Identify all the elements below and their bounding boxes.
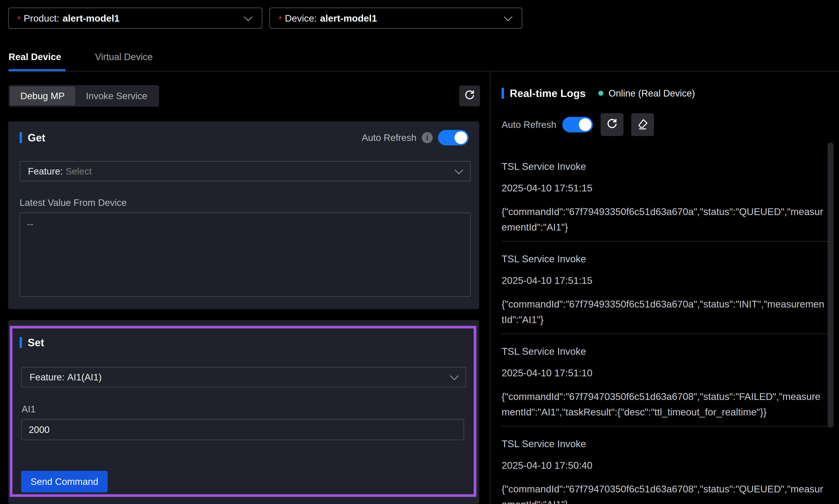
latest-value-label: Latest Value From Device [20,197,127,208]
log-timestamp: 2025-04-10 17:51:15 [502,275,832,286]
log-title: TSL Service Invoke [502,161,832,172]
product-select[interactable]: * Product: alert-model1 [8,7,262,29]
log-title: TSL Service Invoke [502,346,832,357]
chevron-down-icon [504,13,512,21]
set-section-card: Set Feature: AI1(AI1) AI1 Send Command [8,320,479,504]
online-status-text: Online (Real Device) [609,88,695,99]
latest-value-textarea[interactable]: -- [20,213,471,297]
log-payload: {"commandId":"67f79493350f6c51d63a670a",… [502,204,825,235]
log-entry: TSL Service Invoke 2025-04-10 17:51:15 {… [502,241,832,334]
tab-virtual-device[interactable]: Virtual Device [95,51,153,62]
device-select-label: Device: [285,13,317,24]
send-command-button[interactable]: Send Command [21,471,108,492]
device-select[interactable]: * Device: alert-model1 [269,7,522,29]
set-feature-select[interactable]: Feature: AI1(AI1) [21,367,466,387]
log-entry: TSL Service Invoke 2025-04-10 17:51:15 {… [502,149,832,241]
debug-mode-segmented-control: Debug MP Invoke Service [8,85,159,107]
feature-select-value: AI1(AI1) [67,372,102,383]
device-status: Online (Real Device) [598,88,695,99]
logs-auto-refresh-toggle[interactable] [562,117,593,132]
online-status-dot [598,91,603,96]
log-list[interactable]: TSL Service Invoke 2025-04-10 17:51:15 {… [502,149,832,504]
feature-select-label: Feature: [28,166,63,177]
get-section-card: Get Auto Refresh i Feature: Select Lates… [8,121,479,309]
log-timestamp: 2025-04-10 17:51:10 [502,367,832,379]
get-section-title: Get [28,131,46,144]
log-payload: {"commandId":"67f79493350f6c51d63a670a",… [502,296,825,327]
eraser-icon [636,118,649,131]
segment-debug-mp[interactable]: Debug MP [10,87,75,105]
chevron-down-icon [450,372,459,380]
toggle-knob [455,131,467,144]
set-section-title: Set [28,337,44,349]
log-entry: TSL Service Invoke 2025-04-10 17:51:10 {… [502,334,832,427]
tabs-divider-line [8,71,839,71]
chevron-down-icon [244,13,252,21]
section-accent-bar [502,88,504,99]
get-auto-refresh-toggle[interactable] [438,130,469,145]
feature-select-placeholder: Select [66,166,92,177]
log-title: TSL Service Invoke [502,438,832,450]
tab-real-device[interactable]: Real Device [8,51,61,62]
device-select-value: alert-model1 [320,13,377,24]
logs-clear-button[interactable] [631,113,654,136]
segment-invoke-service[interactable]: Invoke Service [75,87,158,105]
logs-scrollbar[interactable] [827,143,834,428]
refresh-icon [463,89,476,103]
auto-refresh-label: Auto Refresh [362,132,417,143]
device-type-tabs: Real Device Virtual Device [8,51,153,62]
log-timestamp: 2025-04-10 17:51:15 [502,182,832,194]
log-payload: {"commandId":"67f79470350f6c51d63a6708",… [502,481,825,504]
refresh-icon [606,118,618,131]
product-select-label: Product: [24,13,59,24]
info-icon[interactable]: i [422,132,433,143]
panel-divider [490,71,490,504]
feature-select-label: Feature: [30,372,64,383]
log-entry: TSL Service Invoke 2025-04-10 17:50:40 {… [502,427,832,504]
log-title: TSL Service Invoke [502,253,832,265]
panel-refresh-button[interactable] [459,86,480,106]
section-accent-bar [20,337,22,348]
chevron-down-icon [455,166,463,174]
set-param-label: AI1 [22,403,36,415]
set-param-input[interactable] [21,419,464,440]
required-asterisk: * [279,14,282,24]
toggle-knob [579,118,592,131]
log-timestamp: 2025-04-10 17:50:40 [502,460,832,471]
required-asterisk: * [17,14,21,24]
log-payload: {"commandId":"67f79470350f6c51d63a6708",… [502,389,825,420]
logs-auto-refresh-label: Auto Refresh [502,119,556,130]
get-feature-select[interactable]: Feature: Select [20,161,471,181]
logs-refresh-button[interactable] [601,113,624,136]
realtime-logs-title: Real-time Logs [510,87,586,100]
product-select-value: alert-model1 [63,13,119,24]
section-accent-bar [20,132,22,143]
